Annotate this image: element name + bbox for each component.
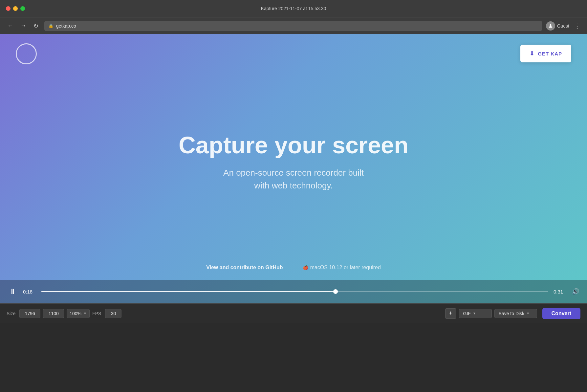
forward-button[interactable]: →: [18, 21, 28, 31]
apple-icon: 🍎: [303, 265, 308, 270]
window-title: Kapture 2021-11-07 at 15.53.30: [261, 6, 326, 11]
size-label: Size: [7, 311, 15, 316]
address-bar[interactable]: 🔒 getkap.co: [44, 21, 542, 31]
video-area: ⬇ GET KAP Capture your screen An open-so…: [0, 34, 587, 303]
height-input[interactable]: [43, 309, 64, 318]
links-row: View and contribute on GitHub 🍎 macOS 10…: [206, 265, 381, 271]
title-bar: Kapture 2021-11-07 at 15.53.30: [0, 0, 587, 17]
url-text: getkap.co: [56, 23, 76, 29]
save-label: Save to Disk: [499, 311, 525, 316]
progress-played: [41, 291, 336, 292]
save-dropdown-arrow: ▼: [526, 312, 530, 315]
hero-title: Capture your screen: [179, 132, 408, 158]
guest-label: Guest: [557, 23, 569, 29]
browser-menu-button[interactable]: ⋮: [573, 22, 582, 30]
fps-label: FPS: [92, 311, 101, 316]
current-time: 0:18: [23, 289, 36, 294]
macos-requirement: 🍎 macOS 10.12 or later required: [303, 265, 381, 271]
zoom-dropdown[interactable]: 100% ▼: [67, 309, 90, 318]
guest-button[interactable]: Guest: [546, 21, 569, 31]
github-link[interactable]: View and contribute on GitHub: [206, 265, 283, 271]
svg-point-0: [550, 24, 551, 26]
format-dropdown-arrow: ▼: [473, 312, 476, 315]
nav-buttons: ← → ↻: [5, 21, 40, 31]
zoom-dropdown-arrow: ▼: [83, 312, 87, 315]
traffic-lights: [6, 6, 25, 11]
video-controls: ⏸ 0:18 0:31 🔊: [0, 280, 587, 303]
browser-right: Guest ⋮: [546, 21, 582, 31]
progress-bar[interactable]: [41, 291, 548, 292]
add-button[interactable]: +: [445, 308, 456, 319]
download-icon: ⬇: [530, 50, 534, 57]
hero-content: Capture your screen An open-source scree…: [179, 132, 408, 192]
fps-input[interactable]: [105, 309, 121, 318]
logo-circle: [16, 43, 37, 64]
format-dropdown[interactable]: GIF ▼: [459, 309, 492, 318]
zoom-value: 100%: [70, 311, 81, 316]
reload-button[interactable]: ↻: [32, 21, 40, 31]
lock-icon: 🔒: [48, 23, 54, 28]
progress-thumb: [333, 289, 338, 294]
width-input[interactable]: [19, 309, 40, 318]
format-value: GIF: [463, 311, 471, 316]
back-button[interactable]: ←: [5, 21, 15, 31]
volume-button[interactable]: 🔊: [572, 288, 579, 295]
total-time: 0:31: [554, 289, 567, 294]
profile-icon: [546, 21, 555, 31]
play-pause-button[interactable]: ⏸: [8, 286, 18, 297]
get-kap-label: GET KAP: [538, 51, 562, 56]
plus-icon: +: [449, 310, 452, 317]
browser-bar: ← → ↻ 🔒 getkap.co Guest ⋮: [0, 17, 587, 34]
bottom-toolbar: Size 100% ▼ FPS + GIF ▼ Save to Disk ▼ C…: [0, 303, 587, 323]
macos-req-text: macOS 10.12 or later required: [310, 265, 381, 271]
save-to-disk-dropdown[interactable]: Save to Disk ▼: [494, 309, 537, 318]
minimize-button[interactable]: [13, 6, 18, 11]
hero-subtitle: An open-source screen recorder builtwith…: [179, 166, 408, 192]
convert-button[interactable]: Convert: [542, 308, 580, 319]
get-kap-button[interactable]: ⬇ GET KAP: [520, 45, 571, 62]
close-button[interactable]: [6, 6, 11, 11]
maximize-button[interactable]: [20, 6, 25, 11]
